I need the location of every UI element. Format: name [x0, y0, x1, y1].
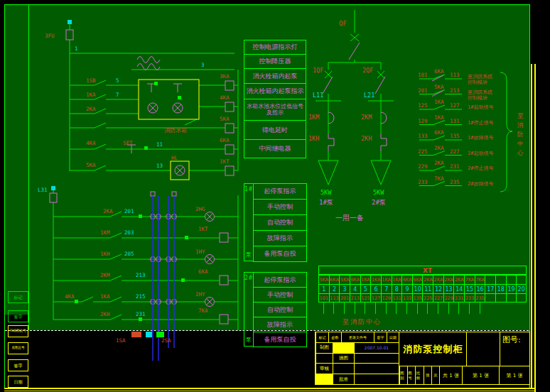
pump-function-row: 备用泵自投: [253, 246, 307, 262]
kh2-label: 2KH: [361, 135, 372, 142]
xt-cell: 6KA: [401, 275, 412, 284]
signal-text: 127: [450, 102, 460, 109]
signal-text: 6KA: [434, 68, 444, 75]
pump2-tag-label: 2#: [244, 275, 253, 281]
terminal-strip-table: XT 5KA6KA5KA6KA1KA1KA1KA1KA6KA6KA2KA2KA2…: [318, 266, 527, 315]
xt-cell: 113: [329, 293, 340, 303]
signal-text: 2KA: [434, 160, 444, 166]
pump1-group-tag: 1# 泵: [244, 183, 254, 261]
signal-text: 6KA: [434, 129, 444, 136]
row-traced: 描图: [316, 354, 399, 364]
schematic-label: SET: [123, 140, 133, 146]
pump-word-label: 泵: [246, 336, 252, 344]
schematic-label: 1KA: [86, 92, 96, 98]
schematic-label: 1HY: [195, 249, 205, 255]
xt-cell: 135: [412, 293, 423, 303]
xt-cell: 7: [381, 284, 392, 293]
margin-box: 标记: [8, 291, 28, 303]
xt-wire-tick: [448, 303, 449, 314]
xt-cell: [506, 275, 517, 284]
xt-cell: [506, 293, 517, 303]
xt-cell: 18: [495, 284, 506, 293]
schematic-label: 7KA: [198, 307, 208, 314]
schematic-label: 203: [124, 229, 134, 236]
empty-cell: [316, 354, 333, 364]
signal-text: 控制模块: [468, 95, 487, 101]
xt-cell: 231: [453, 293, 464, 303]
l11-label: L11: [313, 92, 323, 99]
xt-cell: 133: [401, 293, 412, 303]
signal-text: 131: [450, 118, 460, 124]
schematic-label: 3: [201, 62, 205, 68]
schematic-label: 1KA: [100, 293, 110, 300]
row-drawn: 制图 2007.10.01: [316, 343, 399, 354]
control-circuit-schematic: 3FU131SB1KA2KA消防水箱3KA4KA5KA6KA1KT4KASET5…: [32, 14, 245, 369]
signal-interface-list: 1016KA113至消防系统控制模块2015KA213至消防系统控制模块1251…: [418, 62, 526, 205]
xt-wire-tick: [469, 303, 470, 314]
schematic-label: 5KA: [86, 162, 96, 168]
xt-wire-tick: [333, 303, 334, 314]
empty-cell: [333, 364, 354, 374]
schematic-label: 1: [75, 45, 78, 52]
signal-text: 231: [450, 163, 460, 170]
terminal-squares: [51, 20, 188, 337]
schematic-label: 1KM: [100, 229, 110, 236]
schematic-label: 消防水箱: [164, 127, 187, 134]
xt-cell: 1: [318, 284, 329, 293]
xt-wire-tick: [396, 303, 397, 314]
brace: [500, 72, 512, 192]
xt-cell: 127: [370, 293, 381, 303]
xt-cell: 7KA: [464, 275, 475, 284]
xt-cell: 2KA: [433, 275, 443, 284]
signal-text: 控制模块: [468, 80, 487, 85]
revision-header-cell: 标记: [316, 332, 328, 342]
xt-number-row: 1234567891011121314151617181920: [318, 284, 527, 293]
schematic-label: 2HG: [195, 206, 205, 212]
empty-cell: [354, 374, 399, 384]
schematic-label: 11: [156, 141, 163, 148]
l21-label: L21: [364, 92, 374, 99]
schematic-label: 2SA: [161, 337, 171, 344]
xt-cell: 1KA: [381, 275, 392, 284]
xt-cell: 3: [339, 284, 350, 293]
signal-text: 5KA: [434, 84, 444, 90]
sheet-small-cell: 比例: [415, 366, 423, 384]
schematic-label: 2KM: [100, 272, 110, 278]
pump-function-row: 自动控制: [253, 302, 307, 317]
xt-wire-tick: [365, 303, 365, 314]
schematic-label: 6KA: [220, 137, 230, 143]
xt-wire-tick: [375, 303, 376, 314]
qf-label: QF: [339, 20, 347, 27]
signal-text: 2#故障信号: [468, 181, 493, 187]
power-symbols: [323, 43, 387, 151]
xt-cell: 8: [392, 284, 402, 293]
pump-function-row: 手动控制: [253, 287, 307, 303]
function-label-row: 得电延时: [244, 120, 306, 140]
signal-text: 233: [418, 179, 428, 185]
schematic-label: HL: [171, 155, 178, 161]
xt-cell: 5: [360, 284, 371, 293]
empty-cell: [354, 364, 399, 374]
power-circuit: QF 1QF 2QF L11 L21 1KM 2KM 1KH 2KH 5KW 5…: [307, 9, 421, 229]
signal-text: 7KA: [434, 175, 444, 182]
xt-cell: 1KA: [370, 275, 381, 284]
xt-cell: 2KA: [443, 275, 454, 284]
sheet-small-cell: 张: [424, 366, 431, 384]
xt-wire-tick: [406, 303, 407, 314]
xt-wire-tick: [386, 303, 387, 314]
xt-wire-tick: [417, 303, 418, 314]
margin-box-label: 旧底图总号: [10, 330, 26, 333]
qf1-label: 1QF: [313, 67, 323, 74]
sheet-number: 第 1 张: [462, 366, 499, 384]
xt-cell: [485, 293, 495, 303]
xt-cell: 14: [453, 284, 464, 293]
xt-cell: 235: [475, 293, 485, 303]
schematic-label: 1KH: [100, 251, 110, 257]
xt-cell: 6KA: [329, 275, 340, 284]
signal-text: 135: [450, 133, 460, 139]
signal-text: 201: [418, 87, 428, 94]
empty-cell: [466, 332, 500, 366]
km2-label: 2KM: [361, 114, 372, 121]
xt-cell: 2KA: [422, 275, 433, 284]
schematic-label: 1KT: [220, 158, 230, 165]
